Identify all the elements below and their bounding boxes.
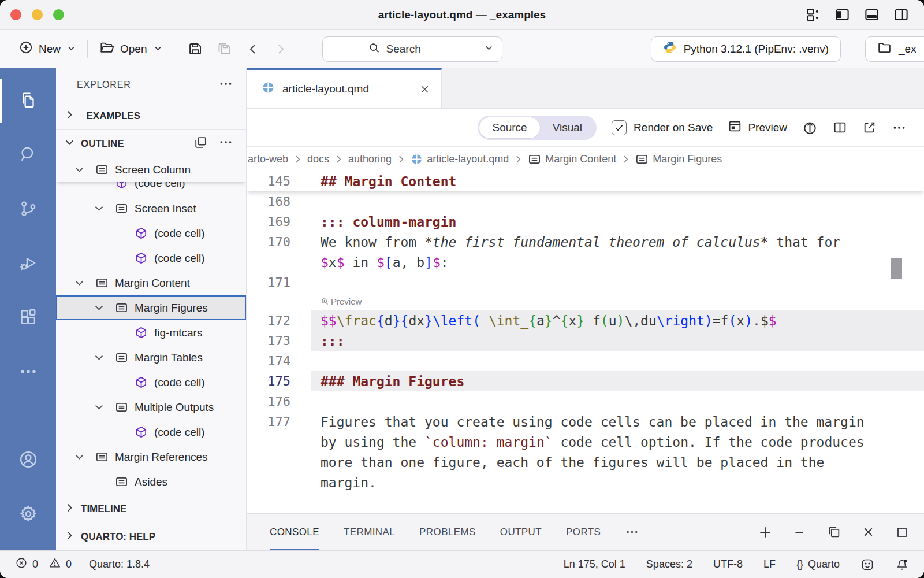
outline-item-screen-column[interactable]: Screen Column xyxy=(56,157,246,182)
sidebar-item-run-debug[interactable] xyxy=(0,237,56,291)
visual-mode-button[interactable]: Visual xyxy=(540,117,595,138)
collapse-all-icon[interactable] xyxy=(193,135,208,153)
code-line-171[interactable]: 171 xyxy=(247,272,924,292)
minimize-window-button[interactable] xyxy=(32,9,43,20)
zoom-window-button[interactable] xyxy=(53,9,64,20)
notifications-bell-icon[interactable] xyxy=(895,558,909,572)
sidebar-item-search[interactable] xyxy=(0,128,56,183)
sidebar-item-explorer[interactable] xyxy=(0,74,56,128)
code-line-169[interactable]: 169::: column-margin xyxy=(247,212,924,232)
code-line-168[interactable]: 168 xyxy=(247,191,924,212)
account-button[interactable] xyxy=(0,433,56,488)
code-line-170[interactable]: 170We know from *the first fundamental t… xyxy=(247,232,924,252)
breadcrumb-item[interactable]: Margin Figures xyxy=(635,153,722,166)
search-input[interactable]: Search xyxy=(322,36,502,62)
quarto-version-status[interactable]: Quarto: 1.8.4 xyxy=(89,558,150,570)
section-quarto-help[interactable]: QUARTO: HELP xyxy=(56,523,246,550)
sidebar-item-source-control[interactable] xyxy=(0,183,56,237)
preview-codelens[interactable]: Preview xyxy=(321,297,362,306)
editor-scrollbar[interactable] xyxy=(891,258,902,279)
code-line-wrap[interactable]: more than one figure, each of the figure… xyxy=(247,452,924,472)
outline-item-screen-inset[interactable]: Screen Inset xyxy=(56,196,246,221)
code-line-wrap[interactable]: margin. xyxy=(247,472,924,492)
panel-tab-output[interactable]: OUTPUT xyxy=(500,514,542,550)
breadcrumb-item[interactable]: arto-web xyxy=(248,153,288,165)
outline-item-code-cell[interactable]: (code cell) xyxy=(56,246,246,271)
section-examples[interactable]: _EXAMPLES xyxy=(56,102,246,129)
code-line-172[interactable]: 172$$\frac{d}{dx}\left( \int_{a}^{x} f(u… xyxy=(247,310,924,331)
sidebar-item-extensions[interactable] xyxy=(0,291,56,346)
save-all-button[interactable] xyxy=(210,38,239,60)
outline-item-margin-tables[interactable]: Margin Tables xyxy=(56,345,246,370)
duplicate-panel-icon[interactable] xyxy=(827,525,841,539)
code-line-177[interactable]: 177Figures that you create using code ce… xyxy=(247,412,924,432)
outline-item-margin-content[interactable]: Margin Content xyxy=(56,271,246,295)
breadcrumb-item[interactable]: article-layout.qmd xyxy=(411,153,509,165)
interpreter-selector[interactable]: Python 3.12.1 (PipEnv: .venv) xyxy=(651,36,841,62)
cursor-position-status[interactable]: Ln 175, Col 1 xyxy=(564,558,625,570)
panel-more-tabs-icon[interactable] xyxy=(625,514,639,550)
feedback-smiley-icon[interactable] xyxy=(860,558,874,572)
navigate-back-button[interactable] xyxy=(239,39,267,60)
panel-tab-terminal[interactable]: TERMINAL xyxy=(344,514,395,550)
publish-button[interactable] xyxy=(802,120,818,135)
close-window-button[interactable] xyxy=(10,9,21,20)
split-editor-button[interactable] xyxy=(833,120,847,135)
toggle-left-sidebar-icon[interactable] xyxy=(834,7,850,23)
outline-more-actions-icon[interactable] xyxy=(218,135,233,153)
maximize-panel-icon[interactable] xyxy=(895,525,909,539)
chevron-down-icon[interactable] xyxy=(484,43,494,55)
open-external-button[interactable] xyxy=(862,120,877,135)
encoding-status[interactable]: UTF-8 xyxy=(713,558,743,570)
breadcrumb-item[interactable]: authoring xyxy=(348,153,392,165)
workspace-button[interactable]: _ex xyxy=(865,36,924,62)
code-line-wrap[interactable]: $x$ in $[a, b]$: xyxy=(247,252,924,272)
code-line-145[interactable]: 145## Margin Content xyxy=(247,171,924,191)
code-line-wrap[interactable]: by using the `column: margin` code cell … xyxy=(247,432,924,452)
panel-tab-console[interactable]: CONSOLE xyxy=(270,514,319,550)
editor-more-actions-icon[interactable] xyxy=(892,120,907,135)
section-timeline[interactable]: TIMELINE xyxy=(56,495,246,523)
code-line-174[interactable]: 174 xyxy=(247,351,924,371)
panel-tab-ports[interactable]: PORTS xyxy=(566,514,601,550)
outline-item-asides[interactable]: Asides xyxy=(56,469,246,494)
save-button[interactable] xyxy=(180,38,210,60)
breadcrumb-item[interactable]: docs xyxy=(307,153,329,165)
toggle-right-sidebar-icon[interactable] xyxy=(893,7,909,23)
outline-item-margin-references[interactable]: Margin References xyxy=(56,444,246,469)
outline-item-code-cell[interactable]: (code cell) xyxy=(56,420,246,444)
language-mode-status[interactable]: {} Quarto xyxy=(796,558,840,570)
outline-item-multiple-outputs[interactable]: Multiple Outputs xyxy=(56,395,246,420)
section-outline[interactable]: OUTLINE xyxy=(56,129,246,157)
sidebar-item-more[interactable] xyxy=(0,346,56,400)
minimize-panel-icon[interactable] xyxy=(792,525,807,540)
navigate-forward-button[interactable] xyxy=(267,39,295,60)
eol-status[interactable]: LF xyxy=(763,558,776,570)
outline-item-code-cell[interactable]: (code cell) xyxy=(56,182,246,195)
problems-status[interactable]: 0 0 xyxy=(15,557,72,572)
outline-item-margin-figures[interactable]: Margin Figures xyxy=(56,295,246,320)
code-line-176[interactable]: 176 xyxy=(247,391,924,412)
source-mode-button[interactable]: Source xyxy=(479,117,539,138)
tab-article-layout[interactable]: article-layout.qmd xyxy=(247,68,442,108)
render-on-save-checkbox[interactable]: Render on Save xyxy=(612,120,713,135)
new-button[interactable]: New xyxy=(13,36,81,61)
outline-item-fig-mtcars[interactable]: fig-mtcars xyxy=(56,320,246,345)
breadcrumb-item[interactable]: Margin Content xyxy=(528,153,616,166)
panel-tab-problems[interactable]: PROBLEMS xyxy=(419,514,476,550)
indentation-status[interactable]: Spaces: 2 xyxy=(646,558,692,570)
close-panel-icon[interactable] xyxy=(861,525,875,539)
code-line-175[interactable]: 175### Margin Figures xyxy=(247,371,924,391)
new-console-icon[interactable] xyxy=(758,525,773,540)
code-line-173[interactable]: 173::: xyxy=(247,331,924,351)
open-button[interactable]: Open xyxy=(94,36,167,62)
toggle-bottom-panel-icon[interactable] xyxy=(864,7,880,23)
outline-item-code-cell[interactable]: (code cell) xyxy=(56,370,246,395)
settings-button[interactable] xyxy=(0,488,56,542)
code-editor[interactable]: 145## Margin Content168169::: column-mar… xyxy=(247,171,924,513)
preview-button[interactable]: Preview xyxy=(728,119,787,136)
outline-item-code-cell[interactable]: (code cell) xyxy=(56,221,246,246)
close-tab-icon[interactable] xyxy=(419,83,431,95)
explorer-more-actions-icon[interactable] xyxy=(218,76,233,94)
customize-layout-icon[interactable] xyxy=(805,7,821,23)
